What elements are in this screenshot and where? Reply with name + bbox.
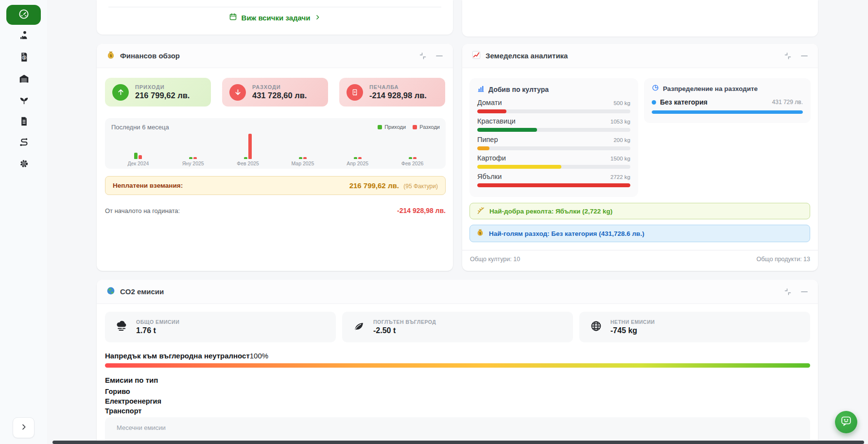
support-chat-button[interactable] [835,411,857,433]
sidebar-expand-button[interactable] [13,417,35,438]
sidebar-item-clients[interactable] [17,30,30,42]
chevron-right-icon [20,423,28,433]
top-expense-text: Най-голям разход: Без категория (431,728… [489,230,644,237]
expense-bar [303,157,307,159]
legend-expense-swatch [413,125,417,129]
finance-card: $ Финансов обзор [97,44,453,271]
crop-row: Краставици 1053 kg [477,117,630,132]
invoice-icon: $ [18,52,30,65]
income-bar [299,157,302,159]
sidebar-item-invoices[interactable]: $ [17,52,30,64]
profit-stat-chip: ПЕЧАЛБА -214 928,98 лв. [339,78,445,107]
agri-card-header: Земеделска аналитика [462,44,818,68]
chart-column: Фев 2026 [385,131,440,166]
sidebar-item-warehouse[interactable] [17,73,30,86]
crop-name: Картофи [477,154,506,163]
absorbed-carbon-value: -2.50 t [373,326,436,335]
month-label: Фев 2025 [237,160,259,166]
legend-income-swatch [378,125,382,129]
sidebar-item-settings[interactable] [17,158,30,171]
crop-bar-fill [477,146,489,150]
ytd-value: -214 928,98 лв. [397,207,446,214]
finance-card-title: Финансов обзор [120,52,180,60]
expense-value: 431 728,60 лв. [252,91,307,100]
co2-stats-row: ОБЩО ЕМИСИИ 1.76 t ПОГЛЪТЕН ВЪГЛЕРОД -2.… [105,312,810,342]
expense-bar [248,134,252,159]
minimize-icon[interactable] [800,52,808,60]
agri-totals-row: Общо култури: 10 Общо продукти: 13 [470,256,810,263]
crop-row: Ябълки 2722 kg [477,172,630,187]
dashboard-icon [18,8,30,22]
income-bar [134,153,138,159]
chevron-right-icon [314,14,321,22]
monthly-emissions-panel: Месечни емисии [105,417,810,444]
neutrality-progress-label: Напредък към въглеродна неутралност [105,352,250,360]
income-stat-chip: ПРИХОДИ 216 799,62 лв. [105,78,211,107]
neutrality-progress-bar [105,363,810,368]
divider [462,250,818,250]
best-harvest-text: Най-добра реколта: Ябълки (2,722 kg) [489,208,612,215]
calendar-stub-card [462,0,818,36]
sprout-icon [18,94,30,107]
crop-bar-track [477,146,630,150]
net-emissions-value: -745 kg [610,326,655,335]
sidebar-item-logistics[interactable] [17,137,30,149]
total-emissions-label: ОБЩО ЕМИСИИ [136,319,179,325]
income-bar [354,157,357,159]
month-label: Дек 2024 [128,160,149,166]
mini-chart-title: Последни 6 месеца [111,124,169,131]
yield-panel-title-row: Добив по култура [477,85,630,94]
minimize-icon[interactable] [800,288,808,296]
crop-value: 1500 kg [610,156,630,161]
crop-name: Краставици [477,117,516,126]
cost-bar-fill [652,110,803,114]
sidebar-item-documents[interactable] [17,116,30,128]
collapse-icon[interactable] [784,288,792,296]
unpaid-invoices-count: (95 Фактури) [403,183,438,190]
crop-bar-track [477,128,630,132]
wheat-icon [476,206,485,216]
expense-bar [193,157,197,159]
legend-expense: Разходи [413,124,440,130]
legend-income: Приходи [378,124,406,130]
cost-bar-track [652,110,803,114]
neutrality-progress-value: 100% [250,352,268,360]
finance-mini-chart: Последни 6 месеца Приходи Разходи [105,118,446,169]
profit-value: -214 928,98 лв. [369,91,427,100]
expense-bar [413,157,417,159]
crop-value: 500 kg [613,100,630,106]
horizontal-scrollbar[interactable] [52,441,864,444]
absorbed-carbon-label: ПОГЛЪТЕН ВЪГЛЕРОД [373,319,436,325]
crop-name: Пипер [477,135,498,144]
view-all-tasks-label: Виж всички задачи [242,14,311,22]
crop-row: Домати 500 kg [477,98,630,113]
money-bag-icon: $ [106,51,115,61]
income-bar [409,157,412,159]
leaf-icon [352,320,365,335]
expense-stat-chip: РАЗХОДИ 431 728,60 лв. [222,78,328,107]
co2-card-title: CO2 емисии [120,287,164,296]
cost-category-row: Без категория 431 729 лв. [652,98,803,106]
sidebar-item-crops[interactable] [17,94,30,107]
sidebar: $ [0,0,47,444]
chart-legend: Приходи Разходи [378,124,440,130]
smog-icon [115,320,128,335]
bar-chart-icon [477,85,485,94]
income-bar [189,157,192,159]
view-all-tasks-link[interactable]: Виж всички задачи [97,13,453,22]
co2-emissions-card: CO2 емисии [97,280,818,444]
divider [108,7,441,7]
cost-category-name: Без категория [660,98,708,106]
crop-name: Домати [477,98,502,107]
total-emissions-box: ОБЩО ЕМИСИИ 1.76 t [105,312,336,342]
agri-analytics-card: Земеделска аналитика [462,44,818,271]
gear-icon [18,158,30,171]
income-label: ПРИХОДИ [135,84,190,90]
minimize-icon[interactable] [435,52,443,60]
collapse-icon[interactable] [784,52,792,60]
expense-label: РАЗХОДИ [252,84,307,90]
earth-icon [106,286,115,297]
sidebar-item-dashboard[interactable] [6,5,41,25]
chat-smiley-icon [840,415,852,429]
collapse-icon[interactable] [419,52,427,60]
